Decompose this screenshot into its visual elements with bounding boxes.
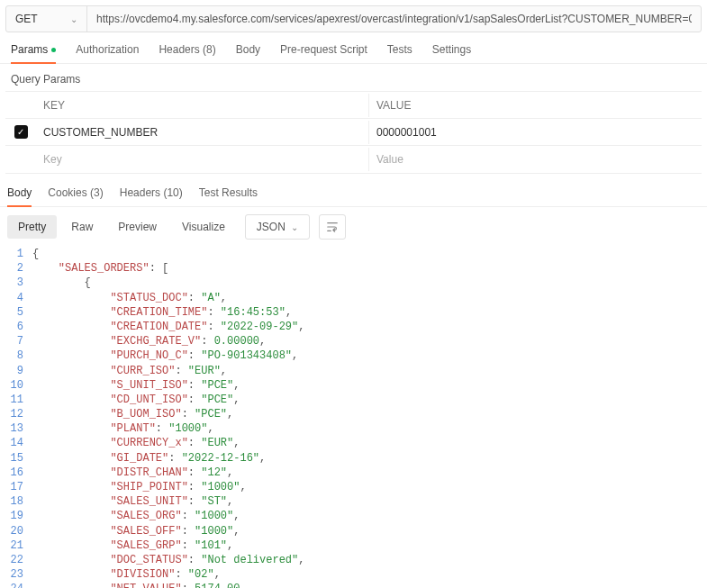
line-number-gutter: 1234567891011121314151617181920212223242… <box>0 247 32 588</box>
param-value-cell[interactable]: 0000001001 <box>368 121 702 144</box>
table-header-row: KEY VALUE <box>5 92 702 119</box>
http-method-select[interactable]: GET ⌄ <box>6 6 87 32</box>
response-tab-testresults[interactable]: Test Results <box>199 186 258 206</box>
tab-params-label: Params <box>11 43 48 56</box>
view-pretty-button[interactable]: Pretty <box>7 215 57 239</box>
http-method-label: GET <box>15 13 38 25</box>
chevron-down-icon: ⌄ <box>291 222 298 232</box>
view-raw-button[interactable]: Raw <box>60 215 104 239</box>
tab-prerequest[interactable]: Pre-request Script <box>280 43 367 63</box>
column-header-value: VALUE <box>368 94 702 117</box>
chevron-down-icon: ⌄ <box>70 14 77 24</box>
tab-authorization[interactable]: Authorization <box>76 43 139 63</box>
tab-settings[interactable]: Settings <box>432 43 471 63</box>
tab-body[interactable]: Body <box>236 43 260 63</box>
column-header-key: KEY <box>36 94 368 117</box>
param-key-placeholder[interactable]: Key <box>36 148 368 171</box>
response-tabs: Body Cookies (3) Headers (10) Test Resul… <box>0 174 707 207</box>
wrap-lines-button[interactable] <box>319 214 346 240</box>
view-preview-button[interactable]: Preview <box>107 215 168 239</box>
request-tabs: Params Authorization Headers (8) Body Pr… <box>0 32 707 64</box>
table-row[interactable]: ✓ CUSTOMER_NUMBER 0000001001 <box>5 119 702 146</box>
param-key-cell[interactable]: CUSTOMER_NUMBER <box>36 121 368 144</box>
param-value-placeholder[interactable]: Value <box>368 148 702 171</box>
response-body-code[interactable]: 1234567891011121314151617181920212223242… <box>0 247 707 588</box>
query-params-table: KEY VALUE ✓ CUSTOMER_NUMBER 0000001001 K… <box>5 91 702 174</box>
request-url-bar: GET ⌄ <box>5 5 702 32</box>
code-content[interactable]: { "SALES_ORDERS": [ { "STATUS_DOC": "A",… <box>32 247 304 588</box>
tab-params[interactable]: Params <box>11 43 56 63</box>
query-params-title: Query Params <box>0 64 707 91</box>
wrap-icon <box>326 221 339 233</box>
response-view-row: Pretty Raw Preview Visualize JSON ⌄ <box>0 207 707 247</box>
tab-tests[interactable]: Tests <box>387 43 412 63</box>
row-enabled-checkbox[interactable]: ✓ <box>14 125 28 139</box>
url-input[interactable] <box>87 6 701 32</box>
format-select-label: JSON <box>257 221 286 233</box>
response-tab-cookies[interactable]: Cookies (3) <box>48 186 103 206</box>
format-select[interactable]: JSON ⌄ <box>245 214 310 240</box>
modified-indicator-icon <box>51 48 56 52</box>
table-row-new[interactable]: Key Value <box>5 146 702 173</box>
response-tab-headers[interactable]: Headers (10) <box>120 186 183 206</box>
tab-headers[interactable]: Headers (8) <box>159 43 215 63</box>
view-visualize-button[interactable]: Visualize <box>171 215 236 239</box>
response-tab-body[interactable]: Body <box>7 186 32 206</box>
